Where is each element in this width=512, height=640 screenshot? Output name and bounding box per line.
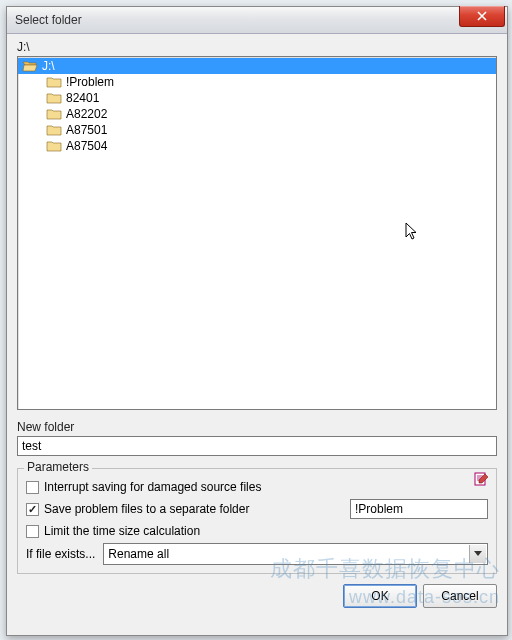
new-folder-label: New folder [17, 420, 497, 434]
if-exists-value: Rename all [108, 547, 169, 561]
ok-button-label: OK [371, 589, 388, 603]
dialog-body: J:\ J:\ !Problem [7, 34, 507, 635]
tree-item-label: J:\ [42, 59, 55, 73]
separate-row: Save problem files to a separate folder [26, 499, 488, 519]
tree-item[interactable]: A87501 [18, 122, 496, 138]
if-exists-label: If file exists... [26, 547, 95, 561]
tree-item-label: !Problem [66, 75, 114, 89]
cancel-button-label: Cancel [441, 589, 478, 603]
folder-icon [46, 123, 62, 137]
select-folder-dialog: Select folder J:\ J:\ [6, 6, 508, 636]
folder-tree[interactable]: J:\ !Problem 82401 A82202 [17, 56, 497, 410]
tree-item[interactable]: !Problem [18, 74, 496, 90]
folder-open-icon [22, 59, 38, 73]
dialog-title: Select folder [15, 13, 82, 27]
limit-checkbox[interactable] [26, 525, 39, 538]
titlebar: Select folder [7, 7, 507, 34]
chevron-down-icon [474, 551, 482, 557]
dialog-footer: OK Cancel [17, 584, 497, 608]
combobox-button[interactable] [469, 545, 486, 563]
interrupt-label: Interrupt saving for damaged source file… [44, 480, 261, 494]
tree-item-label: A87501 [66, 123, 107, 137]
tree-item[interactable]: A87504 [18, 138, 496, 154]
close-button[interactable] [459, 6, 505, 27]
tree-item-label: A87504 [66, 139, 107, 153]
parameters-legend: Parameters [24, 460, 92, 474]
tree-item[interactable]: A82202 [18, 106, 496, 122]
if-exists-row: If file exists... Rename all [26, 543, 488, 565]
separate-label: Save problem files to a separate folder [44, 502, 249, 516]
interrupt-row: Interrupt saving for damaged source file… [26, 480, 488, 494]
limit-row: Limit the time size calculation [26, 524, 488, 538]
ok-button[interactable]: OK [343, 584, 417, 608]
parameters-config-icon[interactable] [474, 471, 490, 487]
separate-folder-input[interactable] [350, 499, 488, 519]
tree-root-item[interactable]: J:\ [18, 58, 496, 74]
current-path-label: J:\ [17, 40, 497, 54]
tree-item-label: 82401 [66, 91, 99, 105]
folder-icon [46, 107, 62, 121]
parameters-group: Parameters Interrupt saving for damaged … [17, 468, 497, 574]
tree-item[interactable]: 82401 [18, 90, 496, 106]
interrupt-checkbox[interactable] [26, 481, 39, 494]
folder-icon [46, 139, 62, 153]
cancel-button[interactable]: Cancel [423, 584, 497, 608]
close-icon [477, 11, 487, 21]
new-folder-input[interactable] [17, 436, 497, 456]
separate-checkbox[interactable] [26, 503, 39, 516]
if-exists-combobox[interactable]: Rename all [103, 543, 488, 565]
folder-icon [46, 91, 62, 105]
tree-item-label: A82202 [66, 107, 107, 121]
folder-icon [46, 75, 62, 89]
limit-label: Limit the time size calculation [44, 524, 200, 538]
